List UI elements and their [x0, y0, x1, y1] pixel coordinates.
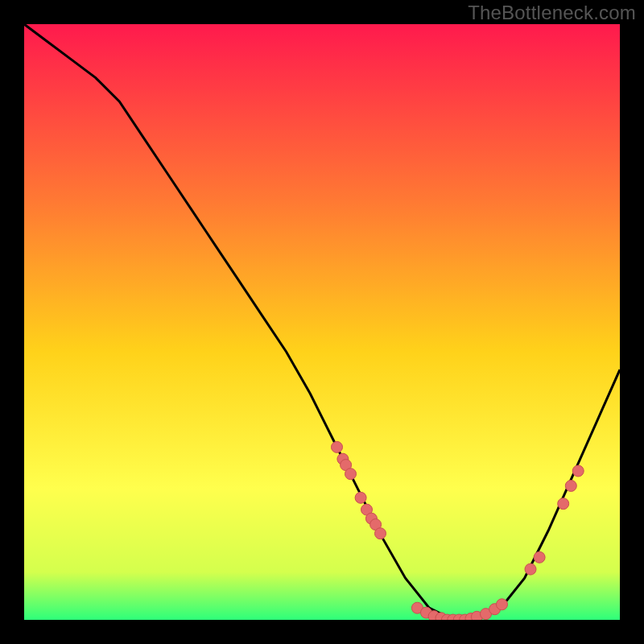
plot-area — [24, 24, 620, 620]
data-point — [355, 492, 366, 503]
data-point — [497, 599, 508, 610]
data-point — [332, 441, 343, 452]
data-point — [558, 498, 569, 510]
chart-svg — [24, 24, 620, 620]
data-point — [375, 528, 386, 539]
data-point — [572, 465, 584, 477]
data-point — [534, 551, 545, 563]
gradient-background — [24, 24, 620, 620]
data-point — [565, 481, 576, 492]
data-point — [345, 469, 357, 480]
data-point — [525, 564, 536, 575]
watermark-text: TheBottleneck.com — [468, 2, 636, 24]
chart-frame: TheBottleneck.com — [0, 0, 644, 644]
